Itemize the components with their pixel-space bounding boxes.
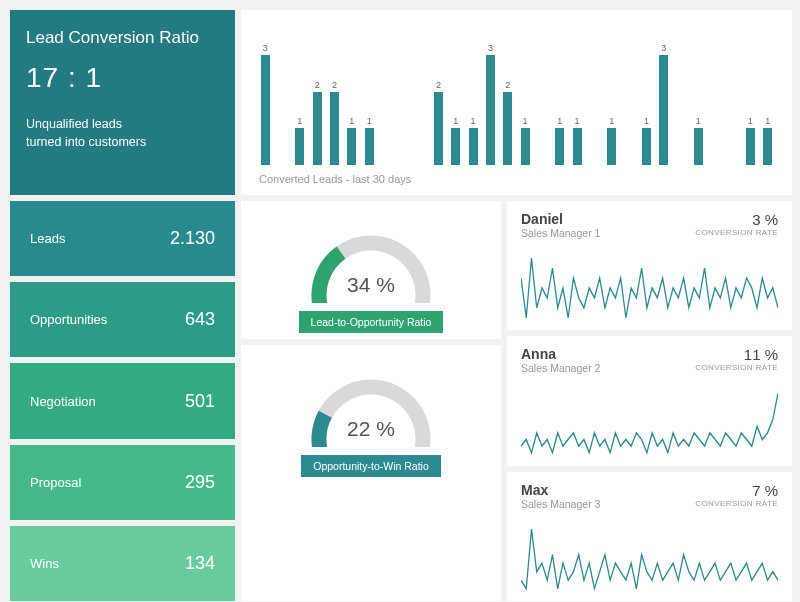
bar: 1 [692,116,704,165]
bar-fill [261,55,270,165]
metric-proposal: Proposal295 [10,445,235,520]
bar: 1 [346,116,358,165]
metric-label: Leads [30,231,65,246]
bar [623,163,635,165]
bar: 2 [311,80,323,165]
gauge: 22 % [301,357,441,447]
bar [398,163,410,165]
bar-fill [573,128,582,165]
gauge-label: Lead-to-Opportunity Ratio [299,311,444,333]
bar: 1 [762,116,774,165]
bar [588,163,600,165]
lead-to-opportunity-gauge: 34 % Lead-to-Opportunity Ratio [241,201,501,339]
barchart-caption: Converted Leads - last 30 days [259,173,774,185]
hero-ratio: 17 : 1 [26,62,219,94]
metric-wins: Wins134 [10,526,235,601]
bar-value-label: 1 [349,116,354,126]
bar: 1 [450,116,462,165]
bar-fill [313,92,322,165]
bar-value-label: 1 [453,116,458,126]
manager-header: AnnaSales Manager 211 %CONVERSION RATE [521,346,778,374]
bar: 1 [571,116,583,165]
manager-card-anna: AnnaSales Manager 211 %CONVERSION RATE [507,336,792,465]
metric-value: 134 [185,553,215,574]
bar [710,163,722,165]
manager-card-max: MaxSales Manager 37 %CONVERSION RATE [507,472,792,601]
bar-fill [434,92,443,165]
bar-fill [486,55,495,165]
bar-value-label: 2 [315,80,320,90]
manager-role: Sales Manager 3 [521,498,600,510]
sparkline [521,380,778,459]
bar [675,163,687,165]
metric-negotiation: Negotiation501 [10,363,235,438]
bar-fill [469,128,478,165]
bar: 2 [328,80,340,165]
bar-value-label: 1 [297,116,302,126]
manager-role: Sales Manager 1 [521,227,600,239]
bar: 1 [744,116,756,165]
bar-value-label: 3 [661,43,666,53]
converted-leads-barchart: 31221121132111113111 Converted Leads - l… [241,10,792,195]
bar-value-label: 1 [471,116,476,126]
hero-subtitle: Unqualified leads turned into customers [26,116,219,151]
bar-value-label: 3 [488,43,493,53]
manager-card-daniel: DanielSales Manager 13 %CONVERSION RATE [507,201,792,330]
bar-value-label: 2 [436,80,441,90]
metric-value: 643 [185,309,215,330]
bar-fill [694,128,703,165]
bar: 1 [554,116,566,165]
metrics-column: Leads2.130Opportunities643Negotiation501… [10,201,235,601]
metric-leads: Leads2.130 [10,201,235,276]
bar [276,163,288,165]
manager-name: Anna [521,346,600,362]
bar [536,163,548,165]
bar-series: 31221121132111113111 [259,24,774,165]
bar-value-label: 1 [748,116,753,126]
lead-conversion-hero: Lead Conversion Ratio 17 : 1 Unqualified… [10,10,235,195]
bar: 1 [467,116,479,165]
bar: 3 [658,43,670,165]
bar: 3 [484,43,496,165]
bar-fill [347,128,356,165]
bar-fill [521,128,530,165]
bar: 1 [294,116,306,165]
managers-column: DanielSales Manager 13 %CONVERSION RATEA… [507,201,792,601]
bar-fill [503,92,512,165]
bar-value-label: 2 [332,80,337,90]
manager-rate-label: CONVERSION RATE [695,228,778,237]
opportunity-to-win-gauge: 22 % Opportunity-to-Win Ratio [241,345,501,601]
bar-fill [555,128,564,165]
bar [727,163,739,165]
bar-value-label: 1 [644,116,649,126]
hero-title: Lead Conversion Ratio [26,28,219,48]
manager-header: DanielSales Manager 13 %CONVERSION RATE [521,211,778,239]
bar-value-label: 3 [263,43,268,53]
bar: 1 [640,116,652,165]
manager-rate: 7 % [695,482,778,499]
bar-value-label: 1 [765,116,770,126]
bar-fill [451,128,460,165]
manager-name: Max [521,482,600,498]
bar-value-label: 1 [696,116,701,126]
gauge: 34 % [301,213,441,303]
bar-fill [330,92,339,165]
manager-rate-label: CONVERSION RATE [695,499,778,508]
bar [380,163,392,165]
manager-rate: 3 % [695,211,778,228]
bar: 2 [432,80,444,165]
manager-name: Daniel [521,211,600,227]
metric-opportunities: Opportunities643 [10,282,235,357]
metric-label: Proposal [30,475,81,490]
bar [415,163,427,165]
bar-fill [659,55,668,165]
metric-value: 2.130 [170,228,215,249]
metric-label: Negotiation [30,394,96,409]
bar-fill [746,128,755,165]
bar: 2 [502,80,514,165]
manager-rate-label: CONVERSION RATE [695,363,778,372]
bar-fill [295,128,304,165]
hero-sub1: Unqualified leads [26,117,122,131]
manager-rate: 11 % [695,346,778,363]
sparkline [521,516,778,595]
